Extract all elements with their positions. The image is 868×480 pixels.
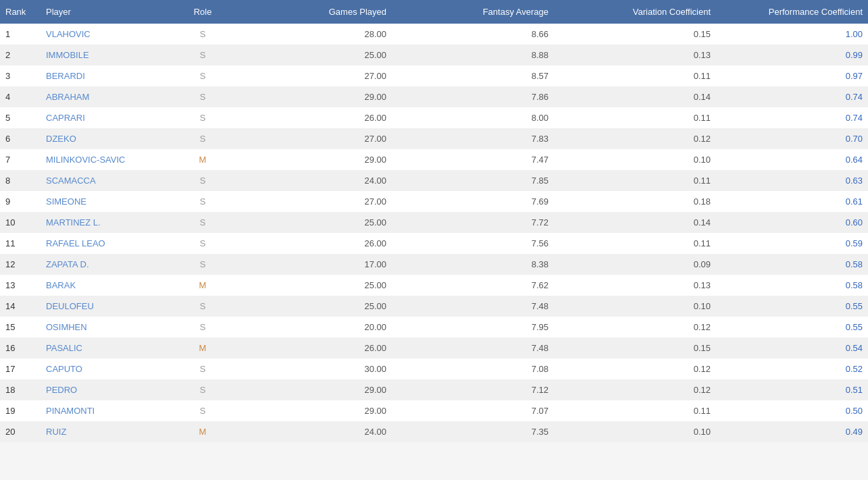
cell-player[interactable]: RUIZ xyxy=(41,421,176,442)
cell-role: S xyxy=(176,233,230,254)
cell-games-played: 26.00 xyxy=(230,233,392,254)
cell-variation-coefficient: 0.11 xyxy=(554,65,716,86)
cell-player[interactable]: SCAMACCA xyxy=(41,170,176,191)
stats-table-container: Rank Player Role Games Played Fantasy Av… xyxy=(0,0,868,442)
cell-fantasy-average: 7.12 xyxy=(392,379,554,400)
cell-variation-coefficient: 0.10 xyxy=(554,149,716,170)
cell-player[interactable]: DEULOFEU xyxy=(41,296,176,317)
cell-fantasy-average: 7.08 xyxy=(392,358,554,379)
cell-rank: 5 xyxy=(0,107,41,128)
cell-rank: 6 xyxy=(0,128,41,149)
table-row: 15 OSIMHEN S 20.00 7.95 0.12 0.55 xyxy=(0,317,868,338)
cell-games-played: 25.00 xyxy=(230,212,392,233)
cell-role: S xyxy=(176,379,230,400)
cell-fantasy-average: 8.88 xyxy=(392,45,554,65)
cell-games-played: 27.00 xyxy=(230,191,392,212)
cell-performance-coefficient: 0.60 xyxy=(716,212,868,233)
cell-role: S xyxy=(176,45,230,65)
cell-games-played: 27.00 xyxy=(230,128,392,149)
header-variation-coefficient[interactable]: Variation Coefficient xyxy=(554,0,716,24)
cell-player[interactable]: SIMEONE xyxy=(41,191,176,212)
cell-variation-coefficient: 0.11 xyxy=(554,233,716,254)
cell-performance-coefficient: 0.55 xyxy=(716,317,868,338)
cell-role: S xyxy=(176,170,230,191)
cell-performance-coefficient: 0.99 xyxy=(716,45,868,65)
cell-performance-coefficient: 0.97 xyxy=(716,65,868,86)
cell-rank: 1 xyxy=(0,24,41,45)
table-row: 17 CAPUTO S 30.00 7.08 0.12 0.52 xyxy=(0,358,868,379)
header-rank[interactable]: Rank xyxy=(0,0,41,24)
table-row: 14 DEULOFEU S 25.00 7.48 0.10 0.55 xyxy=(0,296,868,317)
cell-fantasy-average: 7.62 xyxy=(392,275,554,296)
table-row: 16 PASALIC M 26.00 7.48 0.15 0.54 xyxy=(0,338,868,358)
cell-games-played: 25.00 xyxy=(230,275,392,296)
cell-role: M xyxy=(176,338,230,358)
cell-player[interactable]: VLAHOVIC xyxy=(41,24,176,45)
header-role[interactable]: Role xyxy=(176,0,230,24)
cell-player[interactable]: BERARDI xyxy=(41,65,176,86)
cell-fantasy-average: 7.48 xyxy=(392,296,554,317)
table-header-row: Rank Player Role Games Played Fantasy Av… xyxy=(0,0,868,24)
header-performance-coefficient[interactable]: Performance Coefficient xyxy=(716,0,868,24)
cell-fantasy-average: 7.72 xyxy=(392,212,554,233)
table-row: 20 RUIZ M 24.00 7.35 0.10 0.49 xyxy=(0,421,868,442)
cell-variation-coefficient: 0.12 xyxy=(554,317,716,338)
cell-player[interactable]: BARAK xyxy=(41,275,176,296)
cell-variation-coefficient: 0.13 xyxy=(554,45,716,65)
cell-player[interactable]: IMMOBILE xyxy=(41,45,176,65)
cell-player[interactable]: MILINKOVIC-SAVIC xyxy=(41,149,176,170)
cell-role: S xyxy=(176,254,230,275)
cell-performance-coefficient: 0.70 xyxy=(716,128,868,149)
cell-rank: 18 xyxy=(0,379,41,400)
header-player[interactable]: Player xyxy=(41,0,176,24)
cell-rank: 10 xyxy=(0,212,41,233)
cell-games-played: 20.00 xyxy=(230,317,392,338)
header-games-played[interactable]: Games Played xyxy=(230,0,392,24)
cell-performance-coefficient: 0.49 xyxy=(716,421,868,442)
cell-rank: 16 xyxy=(0,338,41,358)
cell-player[interactable]: PASALIC xyxy=(41,338,176,358)
cell-performance-coefficient: 0.50 xyxy=(716,400,868,421)
cell-fantasy-average: 7.95 xyxy=(392,317,554,338)
header-fantasy-average[interactable]: Fantasy Average xyxy=(392,0,554,24)
cell-games-played: 25.00 xyxy=(230,296,392,317)
cell-games-played: 24.00 xyxy=(230,421,392,442)
cell-performance-coefficient: 1.00 xyxy=(716,24,868,45)
cell-player[interactable]: RAFAEL LEAO xyxy=(41,233,176,254)
cell-fantasy-average: 8.66 xyxy=(392,24,554,45)
cell-player[interactable]: PINAMONTI xyxy=(41,400,176,421)
cell-player[interactable]: PEDRO xyxy=(41,379,176,400)
cell-player[interactable]: ZAPATA D. xyxy=(41,254,176,275)
cell-fantasy-average: 7.85 xyxy=(392,170,554,191)
cell-role: M xyxy=(176,275,230,296)
cell-variation-coefficient: 0.11 xyxy=(554,170,716,191)
table-row: 8 SCAMACCA S 24.00 7.85 0.11 0.63 xyxy=(0,170,868,191)
cell-rank: 19 xyxy=(0,400,41,421)
table-row: 18 PEDRO S 29.00 7.12 0.12 0.51 xyxy=(0,379,868,400)
cell-performance-coefficient: 0.61 xyxy=(716,191,868,212)
cell-player[interactable]: MARTINEZ L. xyxy=(41,212,176,233)
cell-role: S xyxy=(176,86,230,107)
cell-variation-coefficient: 0.12 xyxy=(554,128,716,149)
table-row: 19 PINAMONTI S 29.00 7.07 0.11 0.50 xyxy=(0,400,868,421)
cell-performance-coefficient: 0.63 xyxy=(716,170,868,191)
cell-games-played: 24.00 xyxy=(230,170,392,191)
cell-player[interactable]: ABRAHAM xyxy=(41,86,176,107)
cell-player[interactable]: CAPUTO xyxy=(41,358,176,379)
cell-games-played: 26.00 xyxy=(230,338,392,358)
cell-fantasy-average: 7.56 xyxy=(392,233,554,254)
cell-player[interactable]: OSIMHEN xyxy=(41,317,176,338)
cell-rank: 15 xyxy=(0,317,41,338)
cell-player[interactable]: DZEKO xyxy=(41,128,176,149)
cell-games-played: 29.00 xyxy=(230,86,392,107)
cell-performance-coefficient: 0.51 xyxy=(716,379,868,400)
cell-variation-coefficient: 0.12 xyxy=(554,358,716,379)
table-row: 9 SIMEONE S 27.00 7.69 0.18 0.61 xyxy=(0,191,868,212)
cell-role: M xyxy=(176,421,230,442)
cell-rank: 7 xyxy=(0,149,41,170)
cell-player[interactable]: CAPRARI xyxy=(41,107,176,128)
cell-role: S xyxy=(176,358,230,379)
cell-games-played: 30.00 xyxy=(230,358,392,379)
table-row: 1 VLAHOVIC S 28.00 8.66 0.15 1.00 xyxy=(0,24,868,45)
cell-games-played: 29.00 xyxy=(230,379,392,400)
